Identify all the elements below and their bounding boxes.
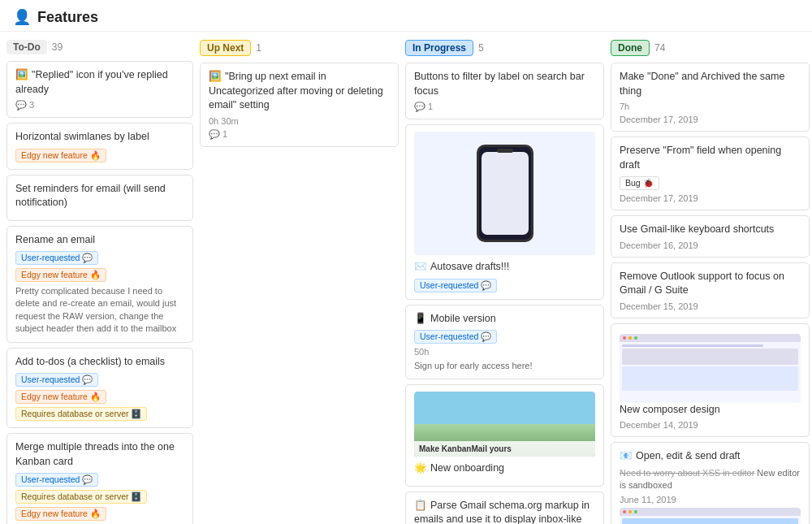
card-signup: Sign up for early access here!	[414, 360, 595, 372]
card-todo-1[interactable]: 🖼️"Replied" icon if you've replied alrea…	[6, 61, 193, 118]
card-todo-4[interactable]: Rename an email User-requested 💬 Edgy ne…	[6, 226, 193, 343]
tag-bug: Bug 🐞	[620, 176, 659, 190]
tag-user: User-requested 💬	[414, 279, 497, 292]
tag-user: User-requested 💬	[414, 330, 497, 344]
column-inprogress-header: In Progress 5	[405, 40, 604, 56]
column-upnext-count: 1	[256, 42, 261, 54]
card-inprog-1[interactable]: Buttons to filter by label on search bar…	[405, 63, 604, 119]
card-title: 🖼️"Replied" icon if you've replied alrea…	[15, 68, 184, 97]
card-title: Add to-dos (a checklist) to emails	[15, 355, 184, 370]
column-inprogress-label: In Progress	[405, 40, 473, 56]
card-inprog-2[interactable]: ✉️Autosave drafts!!! User-requested 💬	[405, 124, 604, 300]
card-title: Remove Outlook support to focus on Gmail…	[620, 270, 801, 298]
card-title: 📋Parse Gmail schema.org markup in emails…	[414, 499, 595, 524]
card-meta: 50h	[414, 347, 595, 357]
column-upnext-label: Up Next	[200, 40, 251, 56]
page-title: Features	[37, 9, 98, 26]
card-title: Horizontal swimlanes by label	[15, 130, 184, 145]
card-title: New composer design	[620, 403, 801, 418]
card-comments: 💬 1	[414, 102, 595, 112]
card-title: Use Gmail-like keyboard shortcuts	[620, 223, 801, 237]
card-date: December 17, 2019	[620, 193, 801, 203]
card-inprog-5[interactable]: 📋Parse Gmail schema.org markup in emails…	[405, 492, 604, 524]
card-tags: User-requested 💬	[414, 279, 595, 292]
card-todo-3[interactable]: Set reminders for email (will send notif…	[6, 175, 193, 221]
card-title: Make "Done" and Archived the same thing	[620, 70, 801, 98]
card-title: ✉️Autosave drafts!!!	[414, 260, 595, 275]
column-todo-header: To-Do 39	[6, 40, 193, 54]
card-title: 📧Open, edit & send draft	[620, 449, 801, 464]
card-title: Preserve "From" field when opening draft	[620, 144, 801, 172]
tag-user: User-requested 💬	[15, 373, 98, 387]
card-meta: 7h	[620, 102, 801, 111]
column-done-header: Done 74	[611, 40, 810, 56]
card-tags: User-requested 💬	[414, 330, 595, 344]
column-done-label: Done	[611, 40, 650, 56]
card-todo-2[interactable]: Horizontal swimlanes by label Edgy new f…	[6, 123, 193, 170]
tag-user: User-requested 💬	[15, 473, 98, 487]
card-todo-6[interactable]: Merge multiple threads into the one Kanb…	[6, 433, 193, 524]
card-desc: Pretty complicated because I need to del…	[15, 285, 184, 336]
column-todo: To-Do 39 🖼️"Replied" icon if you've repl…	[6, 40, 193, 524]
card-done-5[interactable]: New composer design December 14, 2019	[611, 323, 810, 438]
column-todo-count: 39	[52, 41, 63, 53]
card-comments: 💬 3	[15, 100, 184, 110]
card-meta: 0h 30m	[209, 116, 390, 126]
column-upnext-header: Up Next 1	[200, 40, 399, 56]
card-date: December 16, 2019	[620, 240, 801, 250]
board: To-Do 39 🖼️"Replied" icon if you've repl…	[0, 32, 812, 524]
card-comments: 💬 1	[209, 129, 390, 140]
card-screenshot	[620, 334, 801, 403]
card-desc: Need to worry about XSS in editor New ed…	[620, 467, 801, 492]
card-landscape-image: Make KanbanMail yours	[414, 392, 595, 457]
card-title: Rename an email	[15, 233, 184, 248]
tag-user: User-requested 💬	[15, 251, 98, 265]
card-done-2[interactable]: Preserve "From" field when opening draft…	[611, 136, 810, 210]
column-upnext: Up Next 1 🖼️"Bring up next email in Unca…	[200, 40, 399, 152]
card-tags: Bug 🐞	[620, 176, 801, 190]
card-done-6[interactable]: 📧Open, edit & send draft Need to worry a…	[611, 442, 810, 524]
card-tags: User-requested 💬 Requires database or se…	[15, 473, 184, 521]
tag-db: Requires database or server 🗄️	[15, 407, 147, 421]
card-todo-5[interactable]: Add to-dos (a checklist) to emails User-…	[6, 348, 193, 429]
card-done-3[interactable]: Use Gmail-like keyboard shortcuts Decemb…	[611, 215, 810, 258]
tag-edgy: Edgy new feature 🔥	[15, 268, 106, 282]
card-upnext-1[interactable]: 🖼️"Bring up next email in Uncategorized …	[200, 63, 399, 147]
tag-db: Requires database or server 🗄️	[15, 490, 147, 504]
tag-edgy: Edgy new feature 🔥	[15, 507, 106, 521]
card-inprog-3[interactable]: 📱Mobile version User-requested 💬 50h Sig…	[405, 305, 604, 380]
page-icon: 👤	[13, 8, 31, 26]
card-tags: Edgy new feature 🔥	[15, 149, 184, 162]
page-header: 👤 Features	[0, 0, 812, 32]
tag-edgy: Edgy new feature 🔥	[15, 149, 106, 162]
card-tags: User-requested 💬 Edgy new feature 🔥 Requ…	[15, 373, 184, 421]
card-date: December 15, 2019	[620, 301, 801, 311]
card-title: Merge multiple threads into the one Kanb…	[15, 440, 184, 469]
card-title: 🖼️"Bring up next email in Uncategorized …	[209, 70, 390, 113]
card-done-4[interactable]: Remove Outlook support to focus on Gmail…	[611, 262, 810, 318]
card-title: Buttons to filter by label on search bar…	[414, 70, 595, 98]
column-inprogress: In Progress 5 Buttons to filter by label…	[405, 40, 604, 524]
card-title: 🌟New onboarding	[414, 461, 595, 476]
card-title: Set reminders for email (will send notif…	[15, 182, 184, 210]
column-todo-label: To-Do	[6, 40, 47, 54]
column-inprogress-count: 5	[478, 42, 484, 54]
card-done-1[interactable]: Make "Done" and Archived the same thing …	[611, 63, 810, 132]
card-screenshot2	[620, 508, 801, 524]
column-done-count: 74	[654, 42, 665, 54]
column-done: Done 74 Make "Done" and Archived the sam…	[611, 40, 810, 524]
card-date: December 14, 2019	[620, 420, 801, 430]
card-phone-image	[414, 132, 595, 255]
card-tags: User-requested 💬 Edgy new feature 🔥	[15, 251, 184, 282]
tag-edgy: Edgy new feature 🔥	[15, 390, 106, 404]
card-title: 📱Mobile version	[414, 312, 595, 327]
card-date: December 17, 2019	[620, 115, 801, 124]
card-date: June 11, 2019	[620, 495, 801, 505]
card-inprog-4[interactable]: Make KanbanMail yours 🌟New onboarding	[405, 384, 604, 487]
